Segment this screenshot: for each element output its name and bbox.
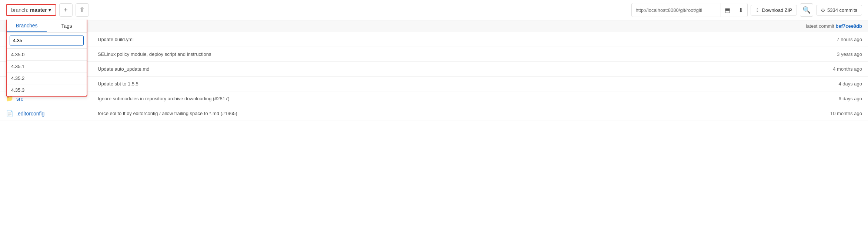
- toolbar: branch: master ▾ Branches Tags 4.35.0 4.…: [0, 0, 868, 20]
- file-time: 10 months ago: [818, 111, 862, 116]
- download-url-button[interactable]: ⬇: [734, 3, 747, 17]
- commits-button[interactable]: ⊙ 5334 commits: [816, 5, 862, 16]
- branch-dropdown: Branches Tags 4.35.0 4.35.1 4.35.2 4.35.…: [6, 20, 87, 97]
- file-list: 📄 Update build.yml 7 hours ago 📄 SELinux…: [0, 32, 868, 121]
- chevron-down-icon: ▾: [49, 7, 51, 13]
- branch-search-input[interactable]: [10, 36, 84, 46]
- file-row: 📁 — project Update sbt to 1.5.5 4 days a…: [0, 77, 868, 91]
- file-commit-msg: SELinux policy module, deploy script and…: [83, 51, 818, 57]
- tab-branches[interactable]: Branches: [7, 20, 47, 32]
- repo-url-input[interactable]: [632, 5, 721, 15]
- copy-url-button[interactable]: ⬒: [721, 3, 734, 17]
- commits-count-label: 5334 commits: [827, 7, 857, 13]
- add-file-button[interactable]: +: [59, 3, 73, 17]
- file-row: 📁 src Ignore submodules in repository ar…: [0, 91, 868, 106]
- copy-icon: ⬒: [725, 7, 730, 14]
- search-icon: 🔍: [802, 6, 811, 14]
- branch-button[interactable]: branch: master ▾: [6, 4, 56, 16]
- latest-commit-info: latest commit bef7cee8db: [806, 23, 862, 29]
- branch-item-4352[interactable]: 4.35.2: [7, 73, 87, 84]
- file-time: 4 days ago: [818, 81, 862, 87]
- file-time: 6 days ago: [818, 96, 862, 101]
- tab-tags[interactable]: Tags: [47, 20, 87, 32]
- upload-file-button[interactable]: ⇧: [76, 3, 89, 17]
- file-name[interactable]: .editorconfig: [16, 111, 83, 117]
- file-commit-msg: Ignore submodules in repository archive …: [83, 96, 818, 101]
- download-zip-label: Download ZIP: [762, 7, 792, 13]
- branch-selector-container: branch: master ▾ Branches Tags 4.35.0 4.…: [6, 4, 56, 16]
- commits-icon: ⊙: [821, 7, 825, 13]
- latest-hash[interactable]: bef7cee8db: [835, 23, 862, 29]
- dropdown-tabs: Branches Tags: [7, 20, 87, 33]
- latest-label: latest commit: [806, 23, 834, 29]
- file-time: 3 years ago: [818, 51, 862, 57]
- file-time: 4 months ago: [818, 66, 862, 72]
- download-zip-icon: ⇩: [755, 7, 760, 13]
- branch-item-4351[interactable]: 4.35.1: [7, 61, 87, 73]
- file-icon: 📄: [6, 110, 15, 117]
- download-zip-button[interactable]: ⇩ Download ZIP: [751, 5, 797, 16]
- file-row: 📄 SELinux policy module, deploy script a…: [0, 47, 868, 62]
- branch-item-4353[interactable]: 4.35.3: [7, 84, 87, 96]
- search-button[interactable]: 🔍: [800, 3, 813, 17]
- download-url-icon: ⬇: [738, 7, 743, 14]
- file-commit-msg: Update sbt to 1.5.5: [83, 81, 818, 87]
- dropdown-search-area: [7, 33, 87, 49]
- file-time: 7 hours ago: [818, 37, 862, 42]
- upload-icon: ⇧: [79, 6, 85, 14]
- file-row: 📄 Update build.yml 7 hours ago: [0, 32, 868, 47]
- file-commit-msg: Update auto_update.md: [83, 66, 818, 72]
- file-row: 📄 .editorconfig force eol to lf by edito…: [0, 106, 868, 121]
- branch-list: 4.35.0 4.35.1 4.35.2 4.35.3: [7, 49, 87, 96]
- file-commit-msg: force eol to lf by editorconfig / allow …: [83, 111, 818, 116]
- plus-icon: +: [64, 6, 68, 14]
- branch-item-4350[interactable]: 4.35.0: [7, 49, 87, 61]
- commit-info-row: ed 2 hours ago latest commit bef7cee8db: [0, 20, 868, 32]
- url-bar: ⬒ ⬇: [631, 3, 748, 17]
- branch-name-text: master: [30, 7, 47, 13]
- branch-label-text: branch:: [11, 7, 29, 13]
- file-row: 📄 Update auto_update.md 4 months ago: [0, 62, 868, 77]
- file-commit-msg: Update build.yml: [83, 37, 818, 42]
